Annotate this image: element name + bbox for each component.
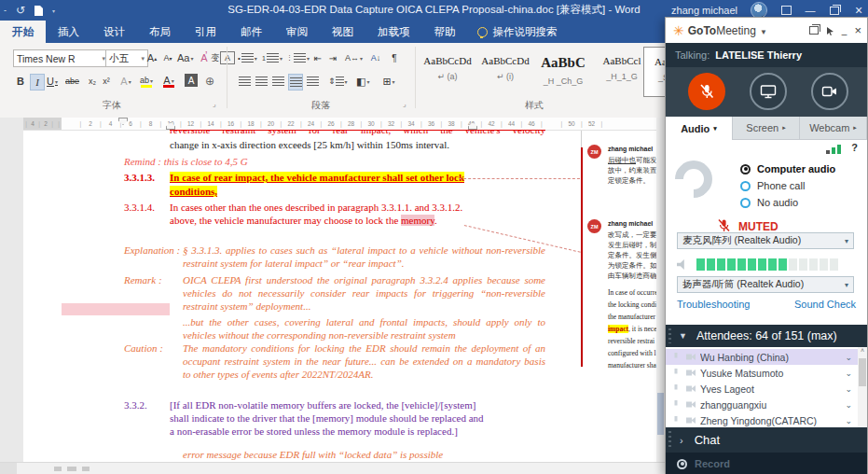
doc-line[interactable]: restraint system” deployment... xyxy=(183,300,310,313)
multilevel-list-icon[interactable]: ⋮▾ xyxy=(286,50,310,65)
doc-line[interactable]: Caution : xyxy=(124,342,163,355)
decrease-indent-icon[interactable]: ⇤ xyxy=(311,50,324,65)
drag-grip[interactable] xyxy=(668,431,671,449)
highlight-color-icon[interactable]: ab▾ xyxy=(140,73,153,88)
enclose-characters-icon[interactable]: ⊕ xyxy=(203,74,216,89)
audio-option-no-audio[interactable]: No audio xyxy=(740,197,798,208)
attendee-mic-icon[interactable] xyxy=(671,416,681,425)
attendees-header[interactable]: ▼ Attendees: 64 of 151 (max) xyxy=(666,325,867,347)
underline-icon[interactable]: U▾ xyxy=(46,74,59,89)
attendees-scrollbar[interactable]: ˄ xyxy=(858,347,867,427)
webcam-button[interactable] xyxy=(811,73,848,110)
font-dialog-launcher[interactable]: ⌟ xyxy=(213,100,216,108)
subscript-icon[interactable]: x₂ xyxy=(86,74,99,89)
doc-line[interactable]: [If all EDR non-volatile memory buffers … xyxy=(170,399,475,411)
drag-grip[interactable] xyxy=(668,328,671,343)
superscript-icon[interactable]: x² xyxy=(100,74,113,89)
attendee-row[interactable]: Yusuke Matsumoto⌄ xyxy=(666,365,858,381)
bullet-list-icon[interactable]: •▾ xyxy=(238,50,257,65)
attendee-row[interactable]: zhangguangxiu⌄ xyxy=(666,397,858,412)
style-card[interactable]: AaBbCcDd↵ (a) xyxy=(420,47,475,95)
ribbon-tab-开始[interactable]: 开始 xyxy=(0,21,46,43)
radio-icon[interactable] xyxy=(740,164,751,174)
align-center-icon[interactable] xyxy=(255,74,268,89)
attendee-options-icon[interactable]: ⌄ xyxy=(845,400,852,410)
attendee-options-icon[interactable]: ⌄ xyxy=(845,416,852,425)
vertical-scrollbar[interactable] xyxy=(656,118,665,462)
gtm-tab-screen[interactable]: Screen▸ xyxy=(733,117,800,140)
doc-line[interactable]: error message because EDR full with “loc… xyxy=(183,449,443,461)
restore-icon[interactable] xyxy=(829,5,840,16)
doc-line[interactable]: The mandatory conditions for locking the… xyxy=(183,342,545,355)
doc-line[interactable]: a non-erasable error be stored unless th… xyxy=(170,425,458,438)
gtm-close-icon[interactable]: × xyxy=(854,23,861,37)
strikethrough-icon[interactable]: abe xyxy=(65,74,79,89)
doc-line[interactable]: vehicles do not necessarily consider rea… xyxy=(183,287,545,300)
font-color-icon[interactable]: A▾ xyxy=(162,73,175,88)
attendee-mic-icon[interactable] xyxy=(671,400,681,410)
chat-header[interactable]: › Chat xyxy=(666,427,867,453)
justify-icon[interactable] xyxy=(288,74,303,91)
ribbon-tab-布局[interactable]: 布局 xyxy=(137,21,183,43)
doc-line[interactable]: OICA CLEPA first understood the original… xyxy=(183,274,545,286)
attendee-cam-icon[interactable] xyxy=(686,369,696,378)
screen-share-button[interactable] xyxy=(750,73,787,110)
sort-icon[interactable]: A↓ xyxy=(369,50,382,65)
attendee-cam-icon[interactable] xyxy=(686,353,696,362)
microphone-select[interactable]: 麦克风阵列 (Realtek Audio)▾ xyxy=(677,232,854,249)
attendee-options-icon[interactable]: ⌄ xyxy=(845,353,852,362)
audio-option-computer-audio[interactable]: Computer audio xyxy=(740,163,835,174)
italic-icon[interactable]: I xyxy=(30,74,45,91)
attendee-cam-icon[interactable] xyxy=(686,400,696,410)
text-effects-icon[interactable]: A▾ xyxy=(119,74,132,89)
shrink-font-icon[interactable]: A▾ xyxy=(161,50,174,65)
attendee-mic-icon[interactable] xyxy=(671,369,681,378)
line-spacing-icon[interactable]: ⇕▾ xyxy=(328,74,348,89)
doc-line[interactable]: conditions, xyxy=(170,186,217,198)
style-card[interactable]: AaBbCcl_H_1_G xyxy=(594,47,650,95)
distribute-icon[interactable] xyxy=(306,74,319,89)
doc-line[interactable]: 3.3.2. xyxy=(124,399,147,411)
gtm-header[interactable]: ✳ GoToMeeting▼ _ × xyxy=(666,18,867,44)
ribbon-tab-审阅[interactable]: 审阅 xyxy=(274,21,320,43)
doc-line[interactable]: Remind : this is close to 4,5 G xyxy=(124,156,248,168)
attendee-cam-icon[interactable] xyxy=(686,416,696,425)
doc-line[interactable]: vehicles without the corresponding non-r… xyxy=(183,329,456,342)
change-case-icon[interactable]: Aa▾ xyxy=(177,50,193,65)
ribbon-tab-视图[interactable]: 视图 xyxy=(320,21,365,43)
ribbon-tab-邮件[interactable]: 邮件 xyxy=(228,21,274,43)
audio-option-phone-call[interactable]: Phone call xyxy=(740,180,805,191)
shading-icon[interactable]: ◧▾ xyxy=(356,74,369,89)
gtm-tab-webcam[interactable]: Webcam▸ xyxy=(800,117,867,140)
doc-line[interactable]: restraint system for lateral impact” or … xyxy=(183,258,405,270)
close-icon[interactable]: × xyxy=(853,5,864,16)
gtm-minimize-icon[interactable]: _ xyxy=(842,25,847,35)
popout-icon[interactable] xyxy=(809,26,819,35)
attendee-options-icon[interactable]: ⌄ xyxy=(845,369,852,378)
doc-line[interactable]: Explanation : xyxy=(124,244,180,257)
tell-me-search[interactable]: 操作说明搜索 xyxy=(477,21,558,43)
numbered-list-icon[interactable]: 1▾ xyxy=(262,50,282,65)
doc-line[interactable]: ...but the other cases, covering lateral… xyxy=(183,316,545,328)
attendee-mic-icon[interactable] xyxy=(671,384,681,394)
doc-line[interactable]: § 3.3.1.3. applies to cases such as “lat… xyxy=(183,244,545,257)
doc-line[interactable]: to other types of events after 2022NT/20… xyxy=(183,369,373,381)
font-name-combo[interactable]: Times New R▾ xyxy=(13,49,109,67)
ribbon-tab-加载项[interactable]: 加载项 xyxy=(365,21,422,43)
ribbon-tab-帮助[interactable]: 帮助 xyxy=(422,21,468,43)
show-marks-icon[interactable]: ¶ xyxy=(388,50,401,65)
radio-icon[interactable] xyxy=(740,181,751,191)
attendee-mic-icon[interactable] xyxy=(671,353,681,362)
attendee-cam-icon[interactable] xyxy=(686,384,696,394)
doc-line[interactable]: change in x-axis direction exceeds [25 k… xyxy=(170,139,449,151)
doc-line[interactable]: In cases other than the ones described i… xyxy=(170,202,449,214)
borders-icon[interactable]: ⊞▾ xyxy=(382,74,395,89)
attendee-row[interactable]: Yves Lageot⌄ xyxy=(666,381,858,397)
mic-muted-button[interactable] xyxy=(688,73,725,110)
doc-line[interactable]: reversible restraint system for rear imp… xyxy=(170,130,545,137)
doc-line[interactable]: 3.3.1.4. xyxy=(124,202,155,214)
presenter-arrow-icon[interactable] xyxy=(826,26,834,35)
doc-line[interactable]: Remark : xyxy=(124,274,162,286)
style-card[interactable]: AaBbC_H _Ch_G xyxy=(535,47,591,95)
ribbon-display-options-icon[interactable] xyxy=(780,5,792,16)
